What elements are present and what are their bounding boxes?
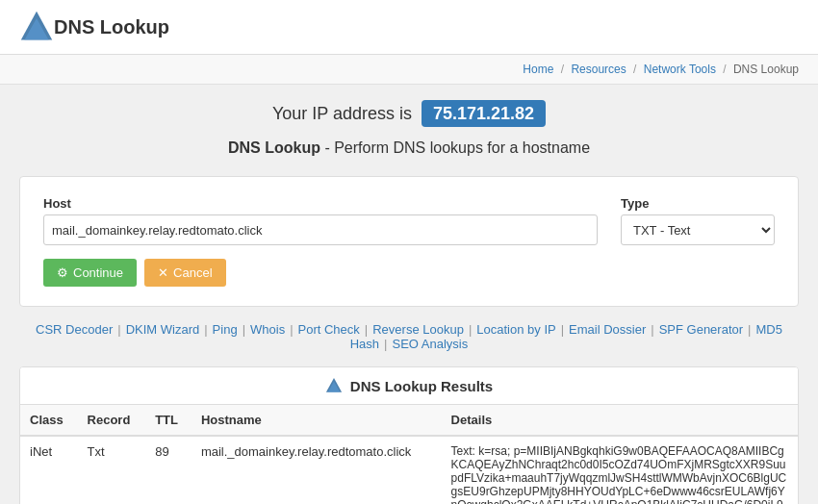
tool-link-separator: | bbox=[365, 322, 368, 337]
host-group: Host bbox=[43, 196, 598, 245]
tool-link-separator: | bbox=[243, 322, 245, 337]
tool-link-csr-decoder[interactable]: CSR Decoder bbox=[36, 322, 113, 337]
host-input[interactable] bbox=[43, 214, 598, 245]
tool-title: DNS Lookup - Perform DNS lookups for a h… bbox=[19, 139, 799, 157]
cancel-label: Cancel bbox=[173, 265, 212, 280]
results-section: DNS Lookup Results Class Record TTL Host… bbox=[19, 366, 799, 504]
breadcrumb-resources[interactable]: Resources bbox=[571, 63, 626, 76]
col-class: Class bbox=[20, 405, 78, 436]
tool-link-location-by-ip[interactable]: Location by IP bbox=[476, 322, 555, 337]
breadcrumb-sep-1: / bbox=[561, 63, 564, 76]
tool-link-separator: | bbox=[290, 322, 293, 337]
tool-link-whois[interactable]: Whois bbox=[250, 322, 285, 337]
results-logo-icon bbox=[325, 377, 343, 394]
ip-address: 75.171.21.82 bbox=[422, 100, 546, 127]
tool-links: CSR Decoder|DKIM Wizard|Ping|Whois|Port … bbox=[19, 322, 799, 351]
breadcrumb-sep-2: / bbox=[633, 63, 636, 76]
results-title: DNS Lookup Results bbox=[350, 378, 493, 394]
tool-link-separator: | bbox=[384, 337, 387, 351]
tool-link-dkim-wizard[interactable]: DKIM Wizard bbox=[126, 322, 200, 337]
tool-link-separator: | bbox=[469, 322, 472, 337]
tool-link-separator: | bbox=[204, 322, 207, 337]
breadcrumb-home[interactable]: Home bbox=[523, 63, 553, 76]
tool-name: DNS Lookup bbox=[228, 139, 320, 156]
tool-suffix: - Perform DNS lookups for a hostname bbox=[324, 139, 590, 156]
type-group: Type A - AddressAAAA - IPv6 AddressCNAME… bbox=[621, 196, 775, 245]
ip-prefix: Your IP address is bbox=[272, 104, 412, 123]
tool-link-seo-analysis[interactable]: SEO Analysis bbox=[392, 337, 468, 351]
times-icon: ✕ bbox=[158, 265, 168, 280]
cell-class: iNet bbox=[20, 436, 78, 504]
results-header: DNS Lookup Results bbox=[20, 367, 798, 405]
tool-link-reverse-lookup[interactable]: Reverse Lookup bbox=[372, 322, 464, 337]
col-details: Details bbox=[442, 405, 798, 436]
ip-banner: Your IP address is 75.171.21.82 bbox=[19, 104, 799, 124]
form-row: Host Type A - AddressAAAA - IPv6 Address… bbox=[43, 196, 775, 245]
tool-link-ping[interactable]: Ping bbox=[213, 322, 238, 337]
cell-ttl: 89 bbox=[145, 436, 192, 504]
cell-details: Text: k=rsa; p=MIIBIjANBgkqhkiG9w0BAQEFA… bbox=[442, 436, 798, 504]
table-row: iNet Txt 89 mail._domainkey.relay.redtom… bbox=[20, 436, 798, 504]
breadcrumb-sep-3: / bbox=[723, 63, 726, 76]
tool-link-separator: | bbox=[651, 322, 653, 337]
cell-hostname: mail._domainkey.relay.redtomato.click bbox=[192, 436, 442, 504]
page-header: DNS Lookup bbox=[0, 0, 818, 55]
breadcrumb-network-tools[interactable]: Network Tools bbox=[644, 63, 716, 76]
dns-form: Host Type A - AddressAAAA - IPv6 Address… bbox=[19, 176, 799, 307]
gear-icon: ⚙ bbox=[57, 265, 68, 280]
site-title: DNS Lookup bbox=[54, 16, 169, 38]
breadcrumb: Home / Resources / Network Tools / DNS L… bbox=[0, 55, 818, 85]
logo-icon bbox=[19, 10, 54, 44]
tool-link-port-check[interactable]: Port Check bbox=[298, 322, 360, 337]
breadcrumb-current: DNS Lookup bbox=[733, 63, 799, 76]
table-header-row: Class Record TTL Hostname Details bbox=[20, 405, 798, 436]
tool-link-separator: | bbox=[117, 322, 120, 337]
type-label: Type bbox=[621, 196, 775, 211]
tool-link-email-dossier[interactable]: Email Dossier bbox=[569, 322, 646, 337]
col-record: Record bbox=[78, 405, 146, 436]
host-label: Host bbox=[43, 196, 598, 211]
cancel-button[interactable]: ✕ Cancel bbox=[144, 259, 225, 287]
button-row: ⚙ Continue ✕ Cancel bbox=[43, 259, 775, 287]
continue-label: Continue bbox=[73, 265, 123, 280]
col-hostname: Hostname bbox=[192, 405, 442, 436]
continue-button[interactable]: ⚙ Continue bbox=[43, 259, 137, 287]
cell-record: Txt bbox=[78, 436, 146, 504]
col-ttl: TTL bbox=[145, 405, 192, 436]
tool-link-separator: | bbox=[748, 322, 751, 337]
type-select[interactable]: A - AddressAAAA - IPv6 AddressCNAME - Al… bbox=[621, 214, 775, 245]
results-table: Class Record TTL Hostname Details iNet T… bbox=[20, 405, 798, 504]
main-content: Your IP address is 75.171.21.82 DNS Look… bbox=[0, 85, 818, 504]
tool-link-separator: | bbox=[561, 322, 564, 337]
tool-link-spf-generator[interactable]: SPF Generator bbox=[659, 322, 743, 337]
